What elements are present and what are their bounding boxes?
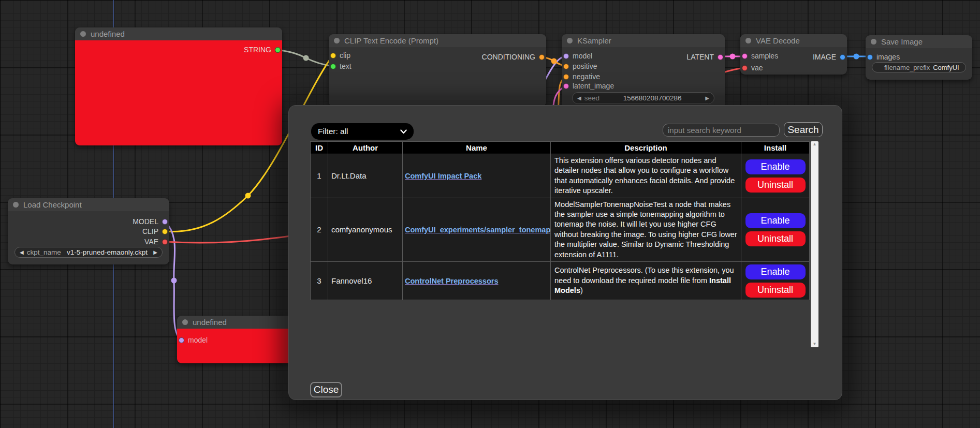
ckpt-name-widget[interactable]: ◀ ckpt_name v1-5-pruned-emaonly.ckpt ▶ [14,247,163,258]
uninstall-button[interactable]: Uninstall [745,231,806,246]
slot-dot-string[interactable] [275,47,281,53]
node-body [177,329,294,363]
node-title: undefined [193,318,227,327]
header-name: Name [403,142,551,154]
output-slot-conditioning[interactable]: CONDITIONING [482,53,545,61]
extension-link[interactable]: ComfyUI Impact Pack [405,172,481,180]
node-collapse-dot[interactable] [745,38,751,43]
input-slot-text[interactable]: text [330,62,352,70]
node-titlebar[interactable]: undefined [75,27,282,40]
node-titlebar[interactable]: KSampler [562,34,725,47]
slot-dot-vae-out[interactable] [162,239,168,245]
close-button[interactable]: Close [310,382,342,397]
uninstall-button[interactable]: Uninstall [745,178,806,193]
slot-dot-text[interactable] [330,64,336,69]
output-slot-image[interactable]: IMAGE [813,53,845,61]
node-collapse-dot[interactable] [13,202,19,208]
decrement-arrow-icon[interactable]: ◀ [20,249,24,255]
search-input[interactable] [663,124,780,137]
cell-description: ModelSamplerTonemapNoiseTest a node that… [551,198,741,261]
table-scrollbar[interactable]: ▲ ▼ [811,141,818,347]
node-titlebar[interactable]: Load Checkpoint [8,198,169,211]
input-slot-vae[interactable]: vae [742,64,763,72]
node-collapse-dot[interactable] [871,39,876,45]
input-slot-model[interactable]: model [563,52,592,60]
node-graph-canvas[interactable]: undefined STRING CLIP Text Encode (Promp… [0,0,980,428]
node-collapse-dot[interactable] [567,38,573,43]
wire-dot-latent-to-samples[interactable] [730,54,736,60]
node-load-checkpoint[interactable]: Load Checkpoint MODEL CLIP VAE ◀ ckpt_na… [8,198,169,264]
input-slot-positive[interactable]: positive [563,62,597,70]
slot-dot-conditioning[interactable] [539,54,545,60]
node-clip-text-encode[interactable]: CLIP Text Encode (Prompt) clip text COND… [329,34,546,107]
slot-dot-latent-image[interactable] [563,83,569,89]
slot-dot-image[interactable] [840,54,845,60]
enable-button[interactable]: Enable [745,159,806,174]
cell-name: ComfyUI_experiments/sampler_tonemap [403,198,551,261]
filename-prefix-widget[interactable]: filename_prefix ComfyUI [872,62,966,72]
enable-button[interactable]: Enable [745,264,806,279]
node-titlebar[interactable]: Save Image [866,35,972,48]
scroll-up-arrow-icon[interactable]: ▲ [813,142,817,146]
output-slot-string[interactable]: STRING [244,46,281,54]
increment-arrow-icon[interactable]: ▶ [705,95,709,101]
slot-dot-model[interactable] [179,337,184,343]
wire-dot-checkpoint-clip-to-clip[interactable] [245,193,251,199]
input-slot-samples[interactable]: samples [742,52,778,60]
slot-dot-vae[interactable] [742,65,748,71]
wire-dot-checkpoint-model-to-patcher[interactable] [171,278,177,284]
cell-id: 3 [311,262,328,300]
slot-dot-positive[interactable] [563,64,569,69]
input-slot-clip[interactable]: clip [330,51,350,60]
filter-selected-value: Filter: all [318,127,348,136]
filter-select[interactable]: Filter: all [311,123,414,140]
slot-dot-model-out[interactable] [162,219,168,225]
search-button[interactable]: Search [784,122,823,137]
node-ksampler[interactable]: KSampler model positive negative latent_… [562,34,725,109]
increment-arrow-icon[interactable]: ▶ [153,249,157,255]
decrement-arrow-icon[interactable]: ◀ [577,95,581,101]
node-collapse-dot[interactable] [182,319,188,325]
input-slot-negative[interactable]: negative [563,72,600,81]
slot-dot-model[interactable] [563,53,569,59]
extension-link[interactable]: ComfyUI_experiments/sampler_tonemap [405,226,550,234]
input-slot-latent-image[interactable]: latent_image [563,82,614,90]
slot-dot-latent[interactable] [718,54,723,60]
output-slot-vae[interactable]: VAE [144,238,168,246]
scroll-down-arrow-icon[interactable]: ▼ [813,342,817,346]
slot-dot-images[interactable] [867,54,873,60]
wire-dot-image-to-images[interactable] [854,54,859,60]
slot-dot-samples[interactable] [742,53,748,59]
output-slot-clip[interactable]: CLIP [142,227,168,235]
node-undefined-bottom[interactable]: undefined model [177,316,294,363]
node-title: CLIP Text Encode (Prompt) [344,36,438,45]
node-title: undefined [91,29,125,38]
cell-install: Enable Uninstall [741,154,810,198]
wire-dot-conditioning-to-positive[interactable] [551,58,557,64]
node-collapse-dot[interactable] [334,38,340,43]
node-vae-decode[interactable]: VAE Decode samples vae IMAGE [740,34,847,75]
input-slot-model[interactable]: model [179,336,208,344]
wire-string-to-text[interactable] [277,50,333,66]
enable-button[interactable]: Enable [745,213,806,228]
node-save-image[interactable]: Save Image images filename_prefix ComfyU… [866,35,972,80]
node-titlebar[interactable]: undefined [177,316,294,329]
extension-link[interactable]: ControlNet Preprocessors [405,277,499,285]
uninstall-button[interactable]: Uninstall [745,283,806,298]
output-slot-model[interactable]: MODEL [133,217,168,226]
node-titlebar[interactable]: CLIP Text Encode (Prompt) [329,34,546,47]
slot-dot-clip[interactable] [330,53,336,58]
slot-dot-negative[interactable] [563,74,569,80]
node-undefined-top[interactable]: undefined STRING [75,27,282,145]
node-titlebar[interactable]: VAE Decode [740,34,847,47]
cell-author: Dr.Lt.Data [328,154,403,198]
cell-name: ComfyUI Impact Pack [403,154,551,198]
cell-install: Enable Uninstall [741,198,810,261]
output-slot-latent[interactable]: LATENT [686,53,723,61]
seed-widget[interactable]: ◀ seed 156680208700286 ▶ [572,92,714,104]
header-description: Description [551,142,741,154]
slot-dot-clip-out[interactable] [162,229,168,234]
input-slot-images[interactable]: images [867,53,900,61]
wire-dot-string-to-text[interactable] [303,55,309,61]
node-collapse-dot[interactable] [80,31,86,37]
